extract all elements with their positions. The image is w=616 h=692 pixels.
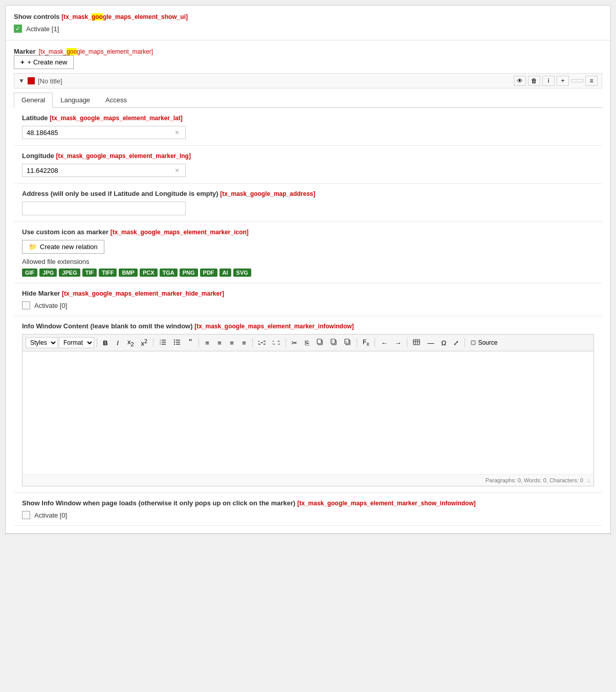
add-button[interactable]: +: [557, 76, 569, 86]
show-info-window-activate-label: Activate [0]: [34, 511, 67, 519]
allowed-extensions-label: Allowed file extensions: [22, 258, 90, 265]
info-window-label: Info Window Content (leave blank to omit…: [22, 322, 193, 330]
ordered-list-button[interactable]: 1.2.3.: [156, 337, 169, 349]
superscript-button[interactable]: x2: [138, 337, 151, 349]
create-relation-label: Create new relation: [40, 243, 98, 251]
ext-bmp: BMP: [119, 269, 137, 277]
marker-field-key: [tx_mask_google_maps_element_marker]: [39, 48, 153, 55]
hide-marker-activate-label: Activate [0]: [34, 302, 67, 309]
show-info-window-label: Show Info Window when page loads (otherw…: [22, 499, 295, 507]
toggle-arrow-icon[interactable]: ▼: [18, 77, 25, 84]
paste-word-button[interactable]: W: [341, 337, 354, 348]
separator-4: [252, 338, 253, 347]
menu-button[interactable]: ≡: [585, 76, 598, 86]
separator-2: [153, 338, 153, 347]
marker-no-title: [No title]: [38, 77, 62, 85]
rte-toolbar: Styles Format B I x2 x2 1.2.3.: [23, 334, 593, 351]
show-info-window-field-key: [tx_mask_google_maps_element_marker_show…: [297, 500, 476, 507]
ext-jpeg: JPEG: [59, 269, 80, 277]
tab-language[interactable]: Language: [53, 93, 98, 107]
link-button[interactable]: [255, 338, 269, 348]
latitude-field-key: [tx_mask_google_maps_element_marker_lat]: [50, 115, 182, 122]
show-controls-activate-label: Activate [1]: [26, 25, 59, 33]
separator-3: [199, 338, 199, 347]
unlink-button[interactable]: [270, 338, 283, 348]
show-info-window-checkbox[interactable]: [22, 511, 30, 519]
latitude-clear-button[interactable]: ×: [175, 128, 179, 137]
longitude-input[interactable]: [27, 167, 175, 174]
address-input[interactable]: [22, 202, 186, 215]
copy-button[interactable]: ⎘: [301, 338, 313, 348]
spacer-btn1[interactable]: [571, 79, 583, 82]
rte-editor: Styles Format B I x2 x2 1.2.3.: [22, 334, 594, 486]
justify-button[interactable]: ≡: [238, 338, 250, 348]
latitude-label: Latitude: [22, 114, 48, 122]
bold-button[interactable]: B: [100, 338, 111, 348]
create-relation-button[interactable]: 📁 Create new relation: [22, 240, 104, 254]
info-button[interactable]: i: [542, 76, 555, 86]
align-left-button[interactable]: ≡: [202, 338, 213, 348]
tab-access[interactable]: Access: [98, 93, 135, 107]
show-info-window-section: Show Info Window when page loads (otherw…: [14, 493, 602, 526]
hide-marker-field-key: [tx_mask_google_maps_element_marker_hide…: [62, 290, 224, 297]
align-center-button[interactable]: ≡: [214, 338, 225, 348]
hr-button[interactable]: —: [424, 338, 437, 348]
visibility-toggle-button[interactable]: 👁: [514, 76, 526, 86]
cut-button[interactable]: ✂: [289, 338, 300, 348]
source-label: Source: [478, 339, 497, 346]
svg-rect-24: [471, 341, 475, 345]
longitude-section: Longitude [tx_mask_google_maps_element_m…: [14, 146, 602, 184]
unordered-list-button[interactable]: [170, 337, 184, 349]
rte-content-area[interactable]: [23, 351, 593, 474]
svg-text:T: T: [332, 340, 334, 343]
paste-button[interactable]: [314, 337, 326, 348]
create-new-label: + Create new: [28, 58, 68, 66]
show-controls-checkbox[interactable]: ✓: [14, 25, 22, 33]
svg-point-10: [174, 341, 175, 342]
separator-9: [465, 338, 465, 347]
format-select[interactable]: Format: [59, 337, 94, 348]
ext-pdf: PDF: [200, 269, 217, 277]
remove-format-button[interactable]: Fx: [360, 337, 372, 348]
ext-png: PNG: [180, 269, 198, 277]
show-controls-label: Show controls [tx_mask_google_maps_eleme…: [14, 13, 602, 20]
subscript-button[interactable]: x2: [124, 337, 137, 349]
align-right-button[interactable]: ≡: [226, 338, 237, 348]
source-button[interactable]: Source: [468, 338, 500, 348]
maximize-button[interactable]: ⤢: [450, 338, 462, 348]
resize-handle[interactable]: ⟂: [587, 477, 590, 484]
plus-icon: +: [20, 58, 25, 66]
rte-footer-stats: Paragraphs: 0, Words: 0, Characters: 0 ⟂: [23, 474, 593, 486]
longitude-clear-button[interactable]: ×: [175, 166, 179, 174]
address-field-key: [tx_mask_google_map_address]: [220, 190, 315, 197]
delete-button[interactable]: 🗑: [528, 76, 540, 86]
tab-general[interactable]: General: [14, 93, 53, 108]
paste-text-button[interactable]: T: [327, 337, 340, 348]
hide-marker-checkbox[interactable]: [22, 301, 30, 309]
blockquote-button[interactable]: ": [185, 337, 196, 348]
styles-select[interactable]: Styles: [26, 337, 58, 348]
address-section: Address (will only be used if Latitude a…: [14, 184, 602, 222]
hide-marker-section: Hide Marker [tx_mask_google_maps_element…: [14, 283, 602, 316]
marker-tabs: General Language Access: [14, 93, 602, 108]
redo-button[interactable]: →: [391, 338, 404, 348]
svg-text:W: W: [346, 341, 348, 343]
table-button[interactable]: [410, 338, 423, 348]
italic-button[interactable]: I: [112, 338, 123, 348]
show-controls-field-key: [tx_mask_google_maps_element_show_ui]: [61, 13, 188, 20]
separator-7: [375, 338, 375, 347]
svg-point-11: [174, 343, 175, 344]
separator-6: [357, 338, 357, 347]
ext-svg: SVG: [233, 269, 251, 277]
ext-tiff: TIFF: [99, 269, 117, 277]
longitude-field-key: [tx_mask_google_maps_element_marker_lng]: [56, 152, 190, 160]
svg-rect-13: [317, 339, 321, 344]
custom-icon-label: Use custom icon as marker: [22, 228, 108, 236]
undo-button[interactable]: ←: [378, 338, 390, 348]
latitude-input[interactable]: [27, 129, 175, 137]
folder-icon: 📁: [29, 243, 37, 251]
custom-icon-field-key: [tx_mask_google_maps_element_marker_icon…: [111, 229, 249, 236]
special-char-button[interactable]: Ω: [438, 338, 449, 348]
ext-tga: TGA: [160, 269, 178, 277]
create-new-button[interactable]: + + Create new: [14, 55, 74, 69]
